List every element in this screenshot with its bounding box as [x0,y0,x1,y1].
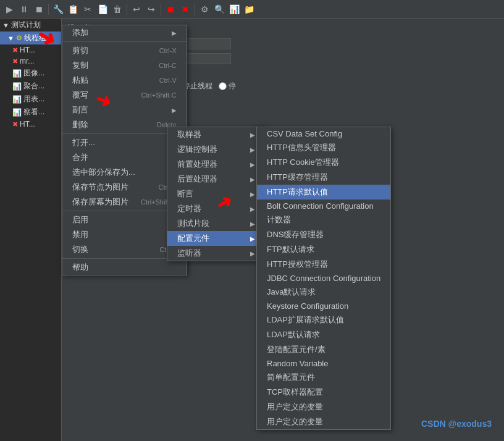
tree-item-view[interactable]: 📊 察看... [0,106,61,119]
toolbar-icon-6[interactable]: ✂ [81,2,94,16]
config-tcp[interactable]: TCP取样器配置 [257,385,390,400]
config-csv-label: CSV Data Set Config [267,129,342,138]
config-keystore[interactable]: Keystore Configuration [257,300,390,313]
toolbar-icon-12[interactable]: 🔍 [212,2,226,16]
toolbar-icon-3[interactable]: ⏹ [32,2,46,16]
ht2-label: HT... [20,120,35,128]
menu-item-alias-arrow: ▶ [172,107,177,114]
mr-icon: ✖ [12,57,18,65]
radio-stop-label: 停 [229,81,236,91]
tree-item-agg[interactable]: 📊 聚合... [0,80,61,93]
submenu-listener[interactable]: 监听器 ▶ [167,246,265,261]
mr-label: mr... [20,57,34,65]
config-jdbc[interactable]: JDBC Connection Configuration [257,272,390,285]
config-login[interactable]: 登陆配置元件/素 [257,342,390,357]
radio-stop-thread-label: 停止线程 [183,81,212,91]
menu-item-add-arrow: ▶ [172,30,177,36]
config-http-default[interactable]: HTTP请求默认值 [257,185,390,200]
ht2-icon: ✖ [12,120,18,128]
radio-stop[interactable]: 停 [219,81,236,91]
menu-item-alias[interactable]: 副言 ▶ [62,103,187,117]
submenu-timer-arrow: ▶ [250,206,255,212]
toolbar-icon-9[interactable]: ↩ [130,2,143,16]
submenu-listener-label: 监听器 [177,248,201,259]
menu-item-paste[interactable]: 粘贴 Ctrl-V [62,73,187,88]
thread-group-label: 线程组 [24,33,46,43]
toolbar-icon-11[interactable]: ⚙ [198,2,211,16]
config-random-var[interactable]: Random Variable [257,357,390,370]
config-ldap-ext[interactable]: LDAP扩展请求默认值 [257,313,390,327]
config-java-default[interactable]: Java默认请求 [257,285,390,300]
submenu-sampler[interactable]: 取样器 ▶ [167,127,265,142]
submenu-pre[interactable]: 前置处理器 ▶ [167,157,265,172]
config-http-auth[interactable]: HTTP授权管理器 [257,257,390,272]
menu-item-cut[interactable]: 剪切 Ctrl-X [62,43,187,58]
toolbar-icon-8[interactable]: 🗑 [111,2,124,16]
menu-item-add[interactable]: 添加 ▶ [62,25,187,40]
menu-item-overwrite[interactable]: 覆写 Ctrl+Shift-C [62,88,187,103]
table-icon: 📊 [12,95,22,104]
config-http-cookie[interactable]: HTTP Cookie管理器 [257,155,390,170]
toolbar-sep-3 [161,4,161,15]
tree-item-chart1[interactable]: 📊 图像... [0,67,61,80]
agg-label: 聚合... [23,81,44,91]
tree-item-ht2[interactable]: ✖ HT... [0,119,61,130]
config-http-header[interactable]: HTTP信息头管理器 [257,140,390,155]
toolbar-icon-5[interactable]: 📋 [66,2,80,16]
menu-item-save-node-img-label: 保存节点为图片 [72,182,128,193]
toolbar-icon-run[interactable]: ⏹ [164,2,177,16]
submenu-listener-arrow: ▶ [250,250,255,257]
config-csv[interactable]: CSV Data Set Config [257,127,390,140]
config-simple[interactable]: 简单配置元件 [257,370,390,385]
agg-icon: 📊 [12,82,22,91]
menu-item-help[interactable]: 帮助 [62,260,187,275]
config-ldap-ext-label: LDAP扩展请求默认值 [267,314,344,326]
config-ftp[interactable]: FTP默认请求 [257,242,390,257]
menu-item-overwrite-shortcut: Ctrl+Shift-C [141,91,177,99]
config-user-var2-label: 用户定义的变量 [267,416,323,427]
tree-item-thread-group[interactable]: ▼ ⚙ 线程组 [0,32,61,44]
submenu-test-frag[interactable]: 测试片段 ▶ [167,216,265,231]
config-ldap-default[interactable]: LDAP默认请求 [257,327,390,342]
tree-item-root[interactable]: ▼ 测试计划 [0,19,61,32]
menu-item-alias-label: 副言 [72,104,88,116]
toolbar-icon-4[interactable]: 🔧 [51,2,65,16]
submenu-post-label: 后置处理器 [177,174,217,185]
toolbar-icon-7[interactable]: 📄 [96,2,109,16]
menu-item-save-screen-img-label: 保存屏幕为图片 [72,196,128,208]
config-http-auth-label: HTTP授权管理器 [267,259,328,270]
submenu-config-arrow: ▶ [250,235,255,242]
submenu-config[interactable]: 配置元件 ▶ [167,231,265,246]
toolbar-icon-13[interactable]: 📊 [227,2,241,16]
config-bolt[interactable]: Bolt Connection Configuration [257,200,390,212]
submenu-post[interactable]: 后置处理器 ▶ [167,172,265,187]
config-http-default-label: HTTP请求默认值 [267,187,328,198]
submenu-assert[interactable]: 断言 ▶ [167,187,265,201]
submenu-logic[interactable]: 逻辑控制器 ▶ [167,142,265,157]
toolbar-icon-1[interactable]: ▶ [2,2,16,16]
config-login-label: 登陆配置元件/素 [267,344,326,355]
toolbar-icon-2[interactable]: ⏸ [17,2,31,16]
tree-item-ht1[interactable]: ✖ HT... [0,44,61,56]
config-http-cache[interactable]: HTTP缓存管理器 [257,170,390,185]
config-keystore-label: Keystore Configuration [267,301,348,311]
config-http-header-label: HTTP信息头管理器 [267,142,336,153]
submenu-logic-arrow: ▶ [250,146,255,153]
submenu-sampler-arrow: ▶ [250,132,255,138]
toolbar-icon-10[interactable]: ↪ [145,2,158,16]
menu-item-cut-label: 剪切 [72,45,88,56]
submenu-timer[interactable]: 定时器 ▶ [167,201,265,216]
chart1-label: 图像... [23,68,44,78]
menu-item-enable-label: 启用 [72,214,88,225]
config-user-var1[interactable]: 用户定义的变量 [257,400,390,414]
toolbar-icon-stop[interactable]: ✖ [178,2,192,16]
toolbar-icon-14[interactable]: 📁 [242,2,256,16]
config-dns[interactable]: DNS缓存管理器 [257,227,390,242]
radio-stop-input[interactable] [219,82,227,90]
config-counter[interactable]: 计数器 [257,212,390,227]
menu-item-copy[interactable]: 复制 Ctrl-C [62,58,187,73]
submenu-assert-label: 断言 [177,188,193,200]
tree-item-table[interactable]: 📊 用表... [0,93,61,106]
tree-item-mr[interactable]: ✖ mr... [0,56,61,67]
config-user-var2[interactable]: 用户定义的变量 [257,414,390,429]
